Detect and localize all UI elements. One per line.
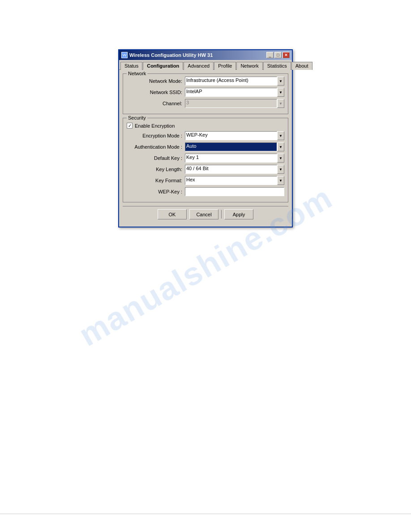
wep-key-control xyxy=(185,187,284,196)
network-ssid-select-wrapper: IntelAP ▼ xyxy=(185,88,284,97)
channel-arrow: ▼ xyxy=(277,99,284,108)
default-key-wrapper: Key 1 ▼ xyxy=(185,154,284,163)
wep-key-row: WEP-Key : xyxy=(127,187,284,196)
security-group: Security Enable Encryption Encryption Mo… xyxy=(123,118,288,202)
key-length-display[interactable]: 40 / 64 Bit xyxy=(185,165,277,174)
tab-advanced[interactable]: Advanced xyxy=(184,62,214,70)
enable-encryption-checkbox[interactable] xyxy=(127,123,133,129)
close-button[interactable]: ✕ xyxy=(283,52,290,58)
app-icon: W xyxy=(121,52,128,58)
channel-row: Channel: 3 ▼ xyxy=(127,99,284,108)
network-mode-select-wrapper: Infrastructure (Access Point) ▼ xyxy=(185,77,284,86)
network-group-label: Network xyxy=(127,71,147,76)
key-format-display[interactable]: Hex xyxy=(185,176,277,185)
wep-key-label: WEP-Key : xyxy=(127,189,185,194)
tab-about[interactable]: About xyxy=(291,62,313,70)
network-mode-row: Network Mode: Infrastructure (Access Poi… xyxy=(127,77,284,86)
key-format-arrow[interactable]: ▼ xyxy=(277,176,284,185)
channel-label: Channel: xyxy=(127,101,185,106)
key-format-row: Key Format: Hex ▼ xyxy=(127,176,284,185)
enable-encryption-row: Enable Encryption xyxy=(127,123,284,129)
tab-status[interactable]: Status xyxy=(120,62,142,70)
auth-mode-row: Authentication Mode : Auto ▼ xyxy=(127,142,284,151)
auth-mode-display[interactable]: Auto xyxy=(185,142,277,151)
network-ssid-row: Network SSID: IntelAP ▼ xyxy=(127,88,284,97)
key-length-label: Key Length: xyxy=(127,167,185,172)
title-bar: W Wireless Configuation Utility HW 31 _ … xyxy=(119,50,292,60)
network-mode-control: Infrastructure (Access Point) ▼ xyxy=(185,77,284,86)
key-length-row: Key Length: 40 / 64 Bit ▼ xyxy=(127,165,284,174)
cancel-button[interactable]: Cancel xyxy=(189,209,218,219)
encryption-mode-display[interactable]: WEP-Key xyxy=(185,131,277,140)
default-key-control: Key 1 ▼ xyxy=(185,154,284,163)
auth-mode-label: Authentication Mode : xyxy=(127,144,185,150)
security-group-label: Security xyxy=(127,115,147,120)
channel-select-wrapper: 3 ▼ xyxy=(185,99,284,108)
apply-button[interactable]: Apply xyxy=(224,209,253,219)
ok-button[interactable]: OK xyxy=(158,209,187,219)
key-length-wrapper: 40 / 64 Bit ▼ xyxy=(185,165,284,174)
encryption-mode-control: WEP-Key ▼ xyxy=(185,131,284,140)
title-bar-controls: _ □ ✕ xyxy=(266,52,290,58)
channel-display: 3 xyxy=(185,99,277,108)
network-mode-arrow[interactable]: ▼ xyxy=(277,77,284,86)
button-bar: OK Cancel Apply xyxy=(123,206,288,223)
network-ssid-label: Network SSID: xyxy=(127,90,185,95)
key-format-wrapper: Hex ▼ xyxy=(185,176,284,185)
channel-control: 3 ▼ xyxy=(185,99,284,108)
encryption-mode-wrapper: WEP-Key ▼ xyxy=(185,131,284,140)
encryption-mode-row: Encryption Mode : WEP-Key ▼ xyxy=(127,131,284,140)
minimize-button[interactable]: _ xyxy=(266,52,274,58)
network-ssid-display[interactable]: IntelAP xyxy=(185,88,277,97)
network-mode-label: Network Mode: xyxy=(127,78,185,84)
key-length-control: 40 / 64 Bit ▼ xyxy=(185,165,284,174)
app-window: W Wireless Configuation Utility HW 31 _ … xyxy=(118,49,293,227)
tab-configuration[interactable]: Configuration xyxy=(143,62,183,70)
wep-key-input[interactable] xyxy=(185,187,284,196)
network-ssid-control: IntelAP ▼ xyxy=(185,88,284,97)
key-format-label: Key Format: xyxy=(127,178,185,183)
network-group: Network Network Mode: Infrastructure (Ac… xyxy=(123,73,288,114)
title-bar-left: W Wireless Configuation Utility HW 31 xyxy=(121,52,213,58)
default-key-arrow[interactable]: ▼ xyxy=(277,154,284,163)
maximize-button[interactable]: □ xyxy=(274,52,282,58)
default-key-label: Default Key : xyxy=(127,155,185,161)
encryption-mode-label: Encryption Mode : xyxy=(127,133,185,138)
auth-mode-wrapper: Auto ▼ xyxy=(185,142,284,151)
network-mode-display[interactable]: Infrastructure (Access Point) xyxy=(185,77,277,86)
tab-profile[interactable]: Profile xyxy=(214,62,236,70)
default-key-display[interactable]: Key 1 xyxy=(185,154,277,163)
content-area: Network Network Mode: Infrastructure (Ac… xyxy=(119,70,292,227)
enable-encryption-label: Enable Encryption xyxy=(135,123,175,129)
encryption-mode-arrow[interactable]: ▼ xyxy=(277,131,284,140)
network-ssid-arrow[interactable]: ▼ xyxy=(277,88,284,97)
key-length-arrow[interactable]: ▼ xyxy=(277,165,284,174)
tab-network[interactable]: Network xyxy=(236,62,262,70)
key-format-control: Hex ▼ xyxy=(185,176,284,185)
bottom-rule xyxy=(0,514,411,514)
default-key-row: Default Key : Key 1 ▼ xyxy=(127,154,284,163)
window-title: Wireless Configuation Utility HW 31 xyxy=(129,52,213,58)
button-divider xyxy=(221,210,222,219)
tab-bar: StatusConfigurationAdvancedProfileNetwor… xyxy=(119,60,292,70)
auth-mode-arrow[interactable]: ▼ xyxy=(277,142,284,151)
tab-statistics[interactable]: Statistics xyxy=(263,62,291,70)
auth-mode-control: Auto ▼ xyxy=(185,142,284,151)
